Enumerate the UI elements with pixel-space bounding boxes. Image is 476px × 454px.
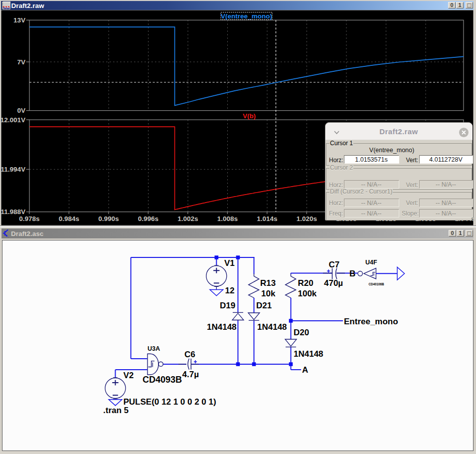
svg-text:7V: 7V (17, 58, 25, 66)
svg-text:C6: C6 (184, 350, 195, 359)
svg-text:0.990s: 0.990s (98, 215, 119, 223)
svg-text:D19: D19 (220, 301, 235, 310)
svg-text:B: B (349, 269, 355, 278)
svg-text:U4F: U4F (365, 259, 377, 266)
svg-text:11.988V: 11.988V (0, 208, 25, 216)
svg-text:V2: V2 (124, 371, 134, 380)
svg-text:CD40106B: CD40106B (369, 282, 385, 286)
svg-text:D21: D21 (256, 301, 272, 310)
svg-text:0.978s: 0.978s (19, 215, 39, 223)
svg-text:C7: C7 (329, 260, 340, 269)
svg-text:1N4148: 1N4148 (257, 322, 287, 332)
svg-text:1N4148: 1N4148 (294, 349, 323, 359)
svg-text:.tran 5: .tran 5 (103, 406, 129, 415)
svg-text:100k: 100k (298, 289, 317, 298)
svg-text:10k: 10k (261, 289, 276, 298)
svg-text:V(entree_mono): V(entree_mono) (221, 12, 272, 20)
svg-text:12: 12 (225, 286, 235, 295)
svg-text:CD4093B: CD4093B (143, 375, 182, 385)
svg-text:PULSE(0 12 1 0 0 2 0 1): PULSE(0 12 1 0 0 2 0 1) (124, 397, 216, 407)
svg-text:4.7µ: 4.7µ (182, 370, 199, 379)
svg-text:V(b): V(b) (243, 112, 256, 120)
svg-text:R13: R13 (260, 278, 276, 288)
svg-text:11.994V: 11.994V (0, 166, 25, 173)
svg-text:1.002s: 1.002s (177, 215, 198, 223)
svg-text:0.984s: 0.984s (59, 215, 79, 223)
svg-text:D20: D20 (294, 328, 309, 337)
svg-text:0V: 0V (17, 107, 25, 114)
svg-text:A: A (302, 365, 308, 375)
svg-text:12.001V: 12.001V (0, 116, 25, 124)
svg-text:0.996s: 0.996s (138, 215, 159, 223)
svg-text:1.014s: 1.014s (257, 215, 277, 223)
svg-text:R20: R20 (298, 278, 314, 288)
svg-text:1.008s: 1.008s (217, 215, 238, 223)
svg-text:Entree_mono: Entree_mono (344, 317, 398, 326)
svg-text:V1: V1 (224, 258, 235, 268)
svg-text:U3A: U3A (148, 345, 160, 352)
svg-text:1.020s: 1.020s (297, 215, 317, 223)
svg-text:470µ: 470µ (324, 278, 343, 288)
svg-text:1N4148: 1N4148 (207, 322, 237, 332)
svg-text:13V: 13V (13, 16, 25, 24)
